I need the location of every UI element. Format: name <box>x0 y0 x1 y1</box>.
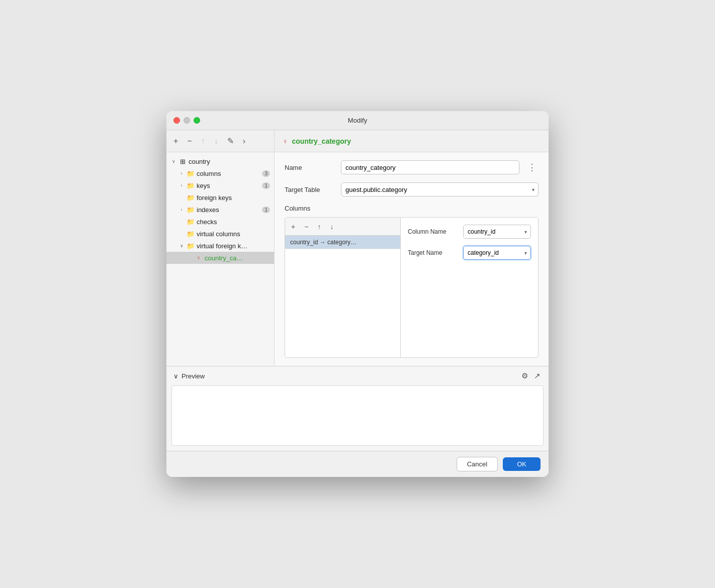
col-item-0[interactable]: country_id → category… <box>285 236 400 249</box>
tree-item-checks[interactable]: › 📁 checks <box>166 216 274 228</box>
sidebar-toolbar: + − ↑ ↓ ✎ › <box>166 130 274 152</box>
chevron-icon: › <box>178 183 185 188</box>
right-panel: ♀ country_category Name ⋮ Target Table <box>275 130 549 366</box>
columns-section: Columns + − ↑ ↓ <box>285 205 539 358</box>
folder-icon: 📁 <box>187 194 195 202</box>
cancel-button[interactable]: Cancel <box>457 457 498 471</box>
col-add-button[interactable]: + <box>289 222 297 232</box>
columns-area: + − ↑ ↓ country_id → category… <box>285 217 539 358</box>
folder-icon: 📁 <box>187 170 195 177</box>
tree-item-keys[interactable]: › 📁 keys 1 <box>166 179 274 191</box>
tree-item-virtual-columns[interactable]: › 📁 virtual columns <box>166 228 274 240</box>
folder-icon: 📁 <box>187 182 195 189</box>
columns-list-panel: + − ↑ ↓ country_id → category… <box>285 218 401 357</box>
target-name-select-wrapper: category_id ▾ <box>463 246 531 260</box>
chevron-icon: › <box>178 171 185 176</box>
titlebar: Modify <box>166 111 549 130</box>
ok-button[interactable]: OK <box>503 457 541 471</box>
indexes-badge: 1 <box>262 207 270 213</box>
target-name-label: Target Name <box>408 249 458 256</box>
preview-header-right: ⚙ ↗ <box>520 370 542 381</box>
tree-item-country[interactable]: ∨ ⊞ country <box>166 155 274 167</box>
sidebar-tree: ∨ ⊞ country › 📁 columns 3 › 📁 <box>166 152 274 366</box>
move-up-button[interactable]: ↑ <box>199 136 207 147</box>
tree-item-columns[interactable]: › 📁 columns 3 <box>166 167 274 179</box>
tree-label-virtual-columns: virtual columns <box>197 230 270 238</box>
move-down-button[interactable]: ↓ <box>212 136 220 147</box>
keys-badge: 1 <box>262 182 270 189</box>
preview-section: ∨ Preview ⚙ ↗ <box>166 366 549 451</box>
target-table-select-wrapper: guest.public.category ▾ <box>341 182 539 197</box>
tree-item-indexes[interactable]: › 📁 indexes 1 <box>166 204 274 216</box>
more-button[interactable]: › <box>241 136 247 147</box>
name-label: Name <box>285 164 335 171</box>
remove-button[interactable]: − <box>185 136 194 147</box>
tree-label-virtual-foreign-keys: virtual foreign k… <box>197 242 270 250</box>
folder-icon: 📁 <box>187 218 195 226</box>
name-more-button[interactable]: ⋮ <box>525 162 539 173</box>
column-name-select[interactable]: country_id <box>463 225 531 239</box>
chevron-icon: ∨ <box>178 243 185 248</box>
columns-list-toolbar: + − ↑ ↓ <box>285 218 400 236</box>
folder-purple-icon: 📁 <box>187 242 195 250</box>
preview-settings-button[interactable]: ⚙ <box>520 370 529 381</box>
tree-label-indexes: indexes <box>197 206 258 214</box>
col-move-down-button[interactable]: ↓ <box>328 222 335 232</box>
col-move-up-button[interactable]: ↑ <box>315 222 323 232</box>
target-table-select[interactable]: guest.public.category <box>341 182 539 197</box>
preview-body <box>171 385 544 446</box>
tree-label-country: country <box>189 158 270 165</box>
sidebar: + − ↑ ↓ ✎ › ∨ ⊞ country › <box>166 130 275 366</box>
target-table-label: Target Table <box>285 186 335 193</box>
name-row: Name ⋮ <box>285 160 539 174</box>
edit-button[interactable]: ✎ <box>225 135 236 147</box>
preview-header-left: ∨ Preview <box>173 372 205 380</box>
preview-header[interactable]: ∨ Preview ⚙ ↗ <box>166 366 549 385</box>
preview-export-button[interactable]: ↗ <box>533 370 542 381</box>
window-title: Modify <box>348 117 367 124</box>
column-name-select-wrapper: country_id ▾ <box>463 225 531 239</box>
panel-header: ♀ country_category <box>275 130 549 152</box>
tree-label-checks: checks <box>197 218 270 226</box>
preview-label: Preview <box>182 372 205 380</box>
column-name-label: Column Name <box>408 228 458 235</box>
traffic-lights <box>173 117 200 124</box>
columns-badge: 3 <box>262 170 270 177</box>
name-input[interactable] <box>341 160 519 174</box>
col-remove-button[interactable]: − <box>302 222 310 232</box>
columns-detail-panel: Column Name country_id ▾ T <box>401 218 538 357</box>
key-icon: ♀ <box>195 254 203 261</box>
chevron-icon: ∨ <box>170 159 176 164</box>
tree-item-country-ca[interactable]: › ♀ country_ca… <box>166 252 274 264</box>
target-name-row: Target Name category_id ▾ <box>408 246 531 260</box>
tree-label-keys: keys <box>197 182 258 189</box>
target-table-row: Target Table guest.public.category ▾ <box>285 182 539 197</box>
folder-purple-icon: 📁 <box>187 230 195 238</box>
column-name-row: Column Name country_id ▾ <box>408 225 531 239</box>
table-icon: ⊞ <box>178 158 187 165</box>
tree-label-country-ca: country_ca… <box>205 254 270 262</box>
panel-header-key-icon: ♀ <box>283 137 288 145</box>
columns-label: Columns <box>285 205 539 212</box>
folder-icon: 📁 <box>187 206 195 214</box>
tree-item-virtual-foreign-keys[interactable]: ∨ 📁 virtual foreign k… <box>166 240 274 252</box>
col-item-label: country_id → category… <box>290 239 356 246</box>
panel-body: Name ⋮ Target Table guest.public.categor… <box>275 152 549 366</box>
tree-label-columns: columns <box>197 170 258 177</box>
tree-label-foreign-keys: foreign keys <box>197 194 270 202</box>
tree-item-foreign-keys[interactable]: › 📁 foreign keys <box>166 191 274 204</box>
preview-chevron-icon: ∨ <box>173 372 178 380</box>
panel-header-title: country_category <box>292 137 351 145</box>
target-name-select[interactable]: category_id <box>463 246 531 260</box>
add-button[interactable]: + <box>171 136 180 147</box>
minimize-button[interactable] <box>184 117 190 124</box>
chevron-icon: › <box>178 207 185 212</box>
maximize-button[interactable] <box>194 117 200 124</box>
columns-list-items: country_id → category… <box>285 236 400 357</box>
close-button[interactable] <box>173 117 180 124</box>
footer: Cancel OK <box>166 451 549 477</box>
